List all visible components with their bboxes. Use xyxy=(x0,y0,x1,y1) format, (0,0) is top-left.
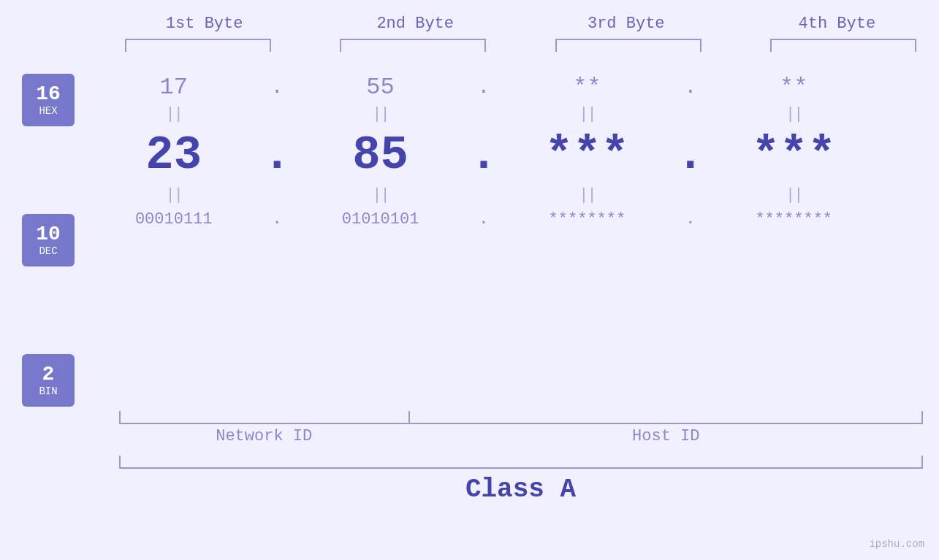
hex-dot2: . xyxy=(469,76,498,99)
hex-byte3: ** xyxy=(506,74,667,101)
bin-row: 00010111 . 01010101 . ******** . xyxy=(82,210,886,229)
bin-dot2: . xyxy=(469,210,498,229)
dec-byte4: *** xyxy=(713,129,874,182)
main-container: 1st Byte 2nd Byte 3rd Byte 4th Byte 16 H… xyxy=(0,0,939,560)
network-bracket xyxy=(119,411,410,424)
hex-badge-label: HEX xyxy=(39,106,57,117)
eq1-b4: || xyxy=(713,105,874,123)
hex-dot3: . xyxy=(676,76,705,99)
bin-badge: 2 BIN xyxy=(22,354,75,407)
dec-byte3: *** xyxy=(506,129,667,182)
hex-badge-num: 16 xyxy=(36,83,61,106)
bin-byte4: ******** xyxy=(713,210,874,229)
dec-row: 23 . 85 . *** . *** xyxy=(82,129,886,182)
data-area: 17 . 55 . ** . ** xyxy=(82,59,939,229)
id-labels: Network ID Host ID xyxy=(119,427,923,445)
bracket-byte4 xyxy=(770,39,916,52)
hex-badge: 16 HEX xyxy=(22,74,75,126)
host-bracket xyxy=(408,411,923,424)
byte2-label: 2nd Byte xyxy=(335,15,495,33)
dec-byte1: 23 xyxy=(94,129,254,182)
bracket-byte2 xyxy=(340,39,486,52)
byte1-label: 1st Byte xyxy=(124,15,285,33)
dec-badge-label: DEC xyxy=(39,246,57,257)
dec-dot3: . xyxy=(676,129,705,182)
dec-dot1: . xyxy=(262,129,292,182)
class-bracket xyxy=(119,456,923,469)
network-id-label: Network ID xyxy=(119,427,409,445)
top-brackets xyxy=(119,39,923,52)
bin-dot1: . xyxy=(262,210,292,229)
byte-headers: 1st Byte 2nd Byte 3rd Byte 4th Byte xyxy=(119,15,923,33)
main-content: 16 HEX 10 DEC 2 BIN 17 . xyxy=(0,59,939,407)
bin-byte3: ******** xyxy=(506,210,667,229)
eq2-b3: || xyxy=(506,186,667,204)
dec-badge-num: 10 xyxy=(36,223,61,246)
bin-badge-num: 2 xyxy=(42,364,55,386)
dec-byte2: 85 xyxy=(300,129,461,182)
eq1-b1: || xyxy=(94,105,254,123)
eq2-b4: || xyxy=(713,186,874,204)
bottom-id-brackets xyxy=(119,411,923,424)
bracket-byte3 xyxy=(555,39,702,52)
byte4-label: 4th Byte xyxy=(756,15,917,33)
host-id-label: Host ID xyxy=(409,427,923,445)
hex-byte4: ** xyxy=(713,74,874,101)
dec-badge: 10 DEC xyxy=(22,214,75,266)
equals-row-2: || || || || xyxy=(82,186,886,204)
bracket-byte1 xyxy=(125,39,271,52)
class-label: Class A xyxy=(119,475,923,505)
equals-row-1: || || || || xyxy=(82,105,886,123)
hex-row: 17 . 55 . ** . ** xyxy=(82,74,886,101)
eq1-b2: || xyxy=(300,105,461,123)
eq2-b2: || xyxy=(300,186,461,204)
bin-byte1: 00010111 xyxy=(94,210,254,229)
hex-byte2: 55 xyxy=(300,74,461,101)
hex-dot1: . xyxy=(262,76,292,99)
bin-dot3: . xyxy=(676,210,705,229)
bin-byte2: 01010101 xyxy=(300,210,461,229)
hex-byte1: 17 xyxy=(94,74,254,101)
eq2-b1: || xyxy=(94,186,254,204)
bin-badge-label: BIN xyxy=(39,386,57,397)
byte3-label: 3rd Byte xyxy=(546,15,707,33)
watermark: ipshu.com xyxy=(869,538,924,550)
badges-column: 16 HEX 10 DEC 2 BIN xyxy=(22,59,75,407)
eq1-b3: || xyxy=(506,105,667,123)
dec-dot2: . xyxy=(469,129,498,182)
